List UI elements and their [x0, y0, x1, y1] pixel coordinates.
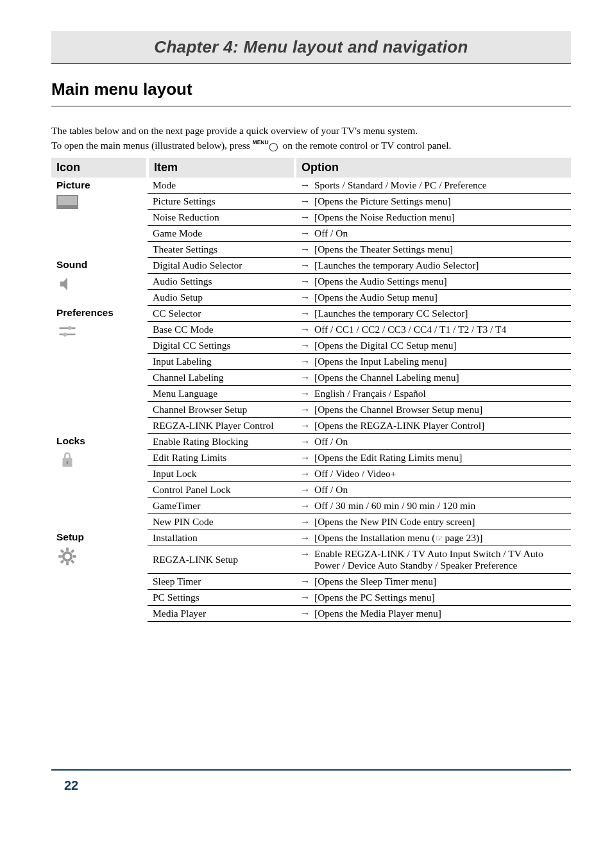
menu-table: Icon Item Option Picture Mode →Sports / …	[51, 158, 571, 622]
arrow-icon: →	[300, 260, 314, 271]
item-cell: REGZA-LINK Player Control	[148, 417, 295, 433]
arrow-icon: →	[300, 388, 314, 399]
category-picture: Picture	[51, 178, 148, 258]
arrow-icon: →	[300, 308, 314, 319]
option-text: [Opens the Installation menu (	[314, 532, 436, 543]
arrow-icon: →	[300, 548, 314, 560]
pointer-icon: ☞	[436, 534, 443, 543]
option-cell: →[Opens the Channel Browser Setup menu]	[295, 401, 571, 417]
option-cell: →[Opens the Installation menu (☞ page 23…	[295, 530, 571, 546]
arrow-icon: →	[300, 212, 314, 223]
option-text: Off / CC1 / CC2 / CC3 / CC4 / T1 / T2 / …	[314, 324, 506, 335]
arrow-icon: →	[300, 324, 314, 335]
option-cell: →Sports / Standard / Movie / PC / Prefer…	[295, 178, 571, 194]
option-text: [Opens the Channel Labeling menu]	[314, 372, 459, 383]
chapter-title: Chapter 4: Menu layout and navigation	[154, 37, 468, 56]
option-cell: →[Opens the REGZA-LINK Player Control]	[295, 417, 571, 433]
svg-line-12	[61, 561, 64, 563]
arrow-icon: →	[300, 608, 314, 619]
table-row: Preferences CC Selector →[Launches the t…	[51, 305, 571, 321]
table-row: Sound Digital Audio Selector →[Launches …	[51, 257, 571, 273]
sound-icon	[56, 274, 144, 296]
arrow-icon: →	[300, 420, 314, 431]
item-cell: Edit Rating Limits	[148, 449, 295, 465]
option-cell: →[Opens the Audio Setup menu]	[295, 289, 571, 305]
category-label: Picture	[56, 179, 90, 190]
col-header-option: Option	[295, 158, 571, 178]
category-sound: Sound	[51, 257, 148, 305]
col-header-item: Item	[148, 158, 295, 178]
chapter-header: Chapter 4: Menu layout and navigation	[51, 31, 571, 63]
arrow-icon: →	[300, 516, 314, 528]
option-text: Off / On	[314, 436, 348, 447]
option-text: Off / On	[314, 484, 348, 495]
item-cell: Menu Language	[148, 385, 295, 401]
option-cell: →Off / Video / Video+	[295, 465, 571, 481]
setup-icon	[56, 547, 144, 569]
item-cell: Sleep Timer	[148, 573, 295, 589]
option-cell: →[Opens the Theater Settings menu]	[295, 241, 571, 257]
arrow-icon: →	[300, 532, 314, 544]
option-cell: →[Opens the Media Player menu]	[295, 605, 571, 621]
arrow-icon: →	[300, 436, 314, 447]
section-title: Main menu layout	[51, 79, 571, 99]
option-text: [Opens the Input Labeling menu]	[314, 356, 447, 367]
svg-rect-4	[67, 462, 69, 465]
item-cell: CC Selector	[148, 305, 295, 321]
option-cell: →[Launches the temporary CC Selector]	[295, 305, 571, 321]
option-text: [Opens the REGZA-LINK Player Control]	[314, 420, 484, 431]
option-text: Off / Video / Video+	[314, 468, 396, 479]
svg-point-3	[63, 333, 67, 337]
svg-line-13	[71, 550, 74, 553]
item-cell: Channel Labeling	[148, 369, 295, 385]
category-locks: Locks	[51, 433, 148, 530]
lock-icon	[56, 451, 144, 472]
option-cell: →Off / On	[295, 481, 571, 497]
option-text: [Opens the Picture Settings menu]	[314, 196, 451, 206]
item-cell: Enable Rating Blocking	[148, 433, 295, 449]
arrow-icon: →	[300, 228, 314, 239]
arrow-icon: →	[300, 179, 314, 191]
picture-icon	[56, 195, 144, 209]
option-cell: →[Opens the Sleep Timer menu]	[295, 573, 571, 589]
item-cell: PC Settings	[148, 589, 295, 605]
item-cell: New PIN Code	[148, 513, 295, 530]
item-cell: Picture Settings	[148, 193, 295, 209]
item-cell: Input Lock	[148, 465, 295, 481]
option-text: [Launches the temporary Audio Selector]	[314, 260, 479, 271]
option-cell: →[Launches the temporary Audio Selector]	[295, 257, 571, 273]
arrow-icon: →	[300, 276, 314, 287]
arrow-icon: →	[300, 356, 314, 367]
item-cell: REGZA-LINK Setup	[148, 546, 295, 573]
page-number: 22	[64, 778, 78, 793]
item-cell: Base CC Mode	[148, 321, 295, 337]
option-text: [Opens the Sleep Timer menu]	[314, 576, 436, 587]
arrow-icon: →	[300, 292, 314, 303]
item-cell: Digital CC Settings	[148, 337, 295, 353]
arrow-icon: →	[300, 576, 314, 587]
category-label: Locks	[56, 435, 85, 446]
option-cell: →Off / 30 min / 60 min / 90 min / 120 mi…	[295, 497, 571, 513]
arrow-icon: →	[300, 404, 314, 415]
item-cell: Installation	[148, 530, 295, 546]
preferences-icon	[56, 322, 144, 344]
option-cell: →[Opens the Edit Rating Limits menu]	[295, 449, 571, 465]
intro-text-fragment: To open the main menus (illustrated belo…	[51, 140, 253, 151]
option-text: Off / On	[314, 228, 348, 238]
item-cell: Mode	[148, 178, 295, 194]
option-text: English / Français / Español	[314, 388, 426, 399]
svg-point-2	[68, 326, 72, 330]
item-cell: Media Player	[148, 605, 295, 621]
option-text: page 23)]	[443, 532, 483, 543]
item-cell: Input Labeling	[148, 353, 295, 369]
divider	[51, 106, 571, 106]
item-cell: Game Mode	[148, 225, 295, 241]
category-label: Setup	[56, 531, 84, 542]
category-label: Sound	[56, 259, 87, 270]
option-text: [Opens the Theater Settings menu]	[314, 244, 453, 255]
option-cell: →[Opens the New PIN Code entry screen]	[295, 513, 571, 530]
option-text: Enable REGZA-LINK / TV Auto Input Switch…	[314, 548, 565, 571]
option-cell: →[Opens the Input Labeling menu]	[295, 353, 571, 369]
item-cell: GameTimer	[148, 497, 295, 513]
footer-rule	[51, 769, 571, 771]
